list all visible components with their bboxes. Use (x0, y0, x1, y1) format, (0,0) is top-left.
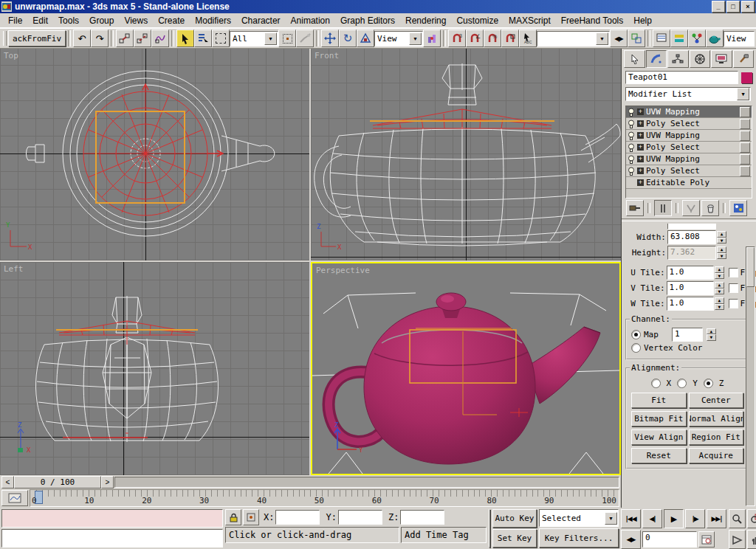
go-to-end-button[interactable]: ▶▶| (707, 509, 726, 528)
mirror-icon[interactable]: ◀|▶ (610, 30, 628, 47)
manipulate-icon[interactable] (296, 30, 314, 47)
schematic-view-icon[interactable] (688, 30, 706, 47)
map-radio[interactable] (631, 330, 641, 339)
menu-item[interactable]: Help (628, 14, 657, 27)
title-bar[interactable]: unwrapmap.max - 3ds max 5 - Stand-alone … (0, 0, 756, 13)
modifier-toggle[interactable] (740, 131, 750, 141)
u-flip-checkbox[interactable] (729, 268, 738, 277)
menu-item[interactable]: Modifiers (190, 14, 236, 27)
remove-modifier-icon[interactable] (701, 200, 719, 216)
bulb-icon[interactable] (628, 108, 635, 117)
menu-item[interactable]: MAXScript (504, 14, 556, 27)
snap-toggle-3d-icon[interactable]: 3 (448, 30, 466, 47)
view-align-button[interactable]: View Align (631, 429, 687, 445)
window-crossing-icon[interactable] (278, 30, 296, 47)
select-and-link-icon[interactable] (116, 30, 134, 47)
restore-button[interactable]: □ (726, 1, 740, 13)
hierarchy-tab[interactable] (667, 50, 689, 68)
close-button[interactable]: × (741, 1, 755, 13)
play-button[interactable]: ▶ (664, 509, 684, 528)
modifier-list-dropdown[interactable]: Modifier List ▼ (625, 87, 751, 101)
align-icon[interactable] (628, 30, 645, 47)
spinner-snap-icon[interactable] (501, 30, 519, 47)
layer-manager-icon[interactable] (653, 30, 670, 47)
v-tile-field[interactable]: 1.0 (667, 281, 714, 295)
z-coordinate-field[interactable] (400, 510, 444, 525)
menu-item[interactable]: Animation (286, 14, 335, 27)
menu-item[interactable]: File (3, 14, 27, 27)
expand-icon[interactable]: + (637, 132, 644, 139)
modifier-stack-row[interactable]: + UVW Mapping (626, 106, 752, 118)
v-tile-spinner[interactable]: ▲▼ (715, 282, 724, 294)
viewport-front[interactable]: Front XZ (311, 49, 621, 260)
viewport-top[interactable]: Top XY (0, 49, 309, 260)
frame-back-arrow[interactable]: < (1, 476, 14, 488)
bulb-icon[interactable] (628, 143, 635, 152)
align-z-radio[interactable] (704, 379, 713, 388)
add-time-tag[interactable]: Add Time Tag (401, 527, 487, 543)
curve-editor-icon[interactable] (670, 30, 688, 47)
menu-item[interactable]: Edit (27, 14, 53, 27)
make-unique-icon[interactable] (682, 200, 700, 216)
field-of-view-icon[interactable] (729, 530, 746, 549)
select-and-move-icon[interactable] (321, 30, 339, 47)
scrollbar-thumb[interactable] (746, 247, 755, 287)
key-mode-toggle[interactable]: ◀▶ (621, 530, 641, 549)
use-center-icon[interactable] (423, 30, 441, 47)
dropdown-arrow-icon[interactable]: ▼ (264, 32, 277, 45)
bulb-icon[interactable] (628, 167, 635, 176)
keyboard-shortcut-override-icon[interactable]: ABC (519, 30, 537, 47)
menu-item[interactable]: Tools (53, 14, 84, 27)
modifier-toggle[interactable] (740, 107, 750, 117)
select-and-rotate-icon[interactable]: ↻ (339, 30, 357, 47)
reference-coordinate-dropdown[interactable]: View ▼ (374, 31, 423, 46)
zoom-icon[interactable] (729, 509, 746, 528)
map-channel-spinner[interactable]: ▲▼ (707, 328, 716, 341)
select-object-button[interactable] (176, 30, 194, 47)
panel-scrollbar[interactable] (746, 246, 755, 506)
region-fit-button[interactable]: Region Fit (689, 429, 744, 445)
w-tile-spinner[interactable]: ▲▼ (715, 297, 724, 310)
modifier-stack-row[interactable]: + Editable Poly (626, 177, 752, 189)
modifier-stack-row[interactable]: + Poly Select (626, 142, 752, 153)
align-x-radio[interactable] (651, 379, 661, 388)
vertex-color-radio[interactable] (631, 343, 641, 353)
modifier-stack-row[interactable]: + UVW Mapping (626, 153, 752, 165)
time-slider-track[interactable] (114, 477, 619, 488)
display-tab[interactable] (711, 50, 732, 68)
modifier-toggle[interactable] (740, 119, 750, 129)
center-button[interactable]: Center (689, 393, 744, 408)
configure-modifier-sets-icon[interactable] (729, 200, 747, 216)
dropdown-arrow-icon[interactable]: ▼ (596, 32, 608, 45)
bind-to-spacewarp-icon[interactable] (151, 30, 169, 47)
height-spinner[interactable]: ▲▼ (717, 246, 726, 259)
unlink-icon[interactable] (134, 30, 151, 47)
menu-item[interactable]: Customize (451, 14, 504, 27)
expand-icon[interactable]: + (637, 168, 644, 174)
u-tile-field[interactable]: 1.0 (667, 266, 714, 280)
render-type-dropdown[interactable]: View (724, 31, 755, 46)
toolbar-drag-handle[interactable] (3, 31, 7, 46)
expand-icon[interactable]: + (637, 144, 644, 151)
viewport-left[interactable]: Left XZ (0, 262, 309, 475)
current-frame-field[interactable]: 0 (642, 531, 697, 548)
time-slider-handle[interactable]: 0 / 100 (14, 476, 101, 488)
mini-curve-editor-icon[interactable] (1, 490, 28, 506)
modifier-toggle[interactable] (740, 142, 750, 153)
reset-button[interactable]: Reset (631, 448, 687, 463)
create-tab[interactable] (624, 50, 645, 68)
map-channel-field[interactable]: 1 (672, 328, 703, 342)
object-color-swatch[interactable] (741, 72, 752, 83)
w-tile-field[interactable]: 1.0 (667, 297, 714, 311)
v-flip-checkbox[interactable] (729, 283, 738, 293)
modifier-toggle[interactable] (740, 154, 750, 165)
modifier-stack-row[interactable]: + Poly Select (626, 118, 752, 130)
w-flip-checkbox[interactable] (729, 299, 738, 308)
menu-item[interactable]: Views (119, 14, 153, 27)
utilities-tab[interactable] (733, 50, 755, 68)
menu-item[interactable]: FreeHand Tools (556, 14, 629, 27)
expand-icon[interactable]: + (637, 156, 644, 162)
normal-align-button[interactable]: Normal Align (689, 411, 744, 427)
pin-stack-icon[interactable] (626, 200, 644, 216)
viewport-perspective[interactable]: Perspective (311, 262, 621, 475)
